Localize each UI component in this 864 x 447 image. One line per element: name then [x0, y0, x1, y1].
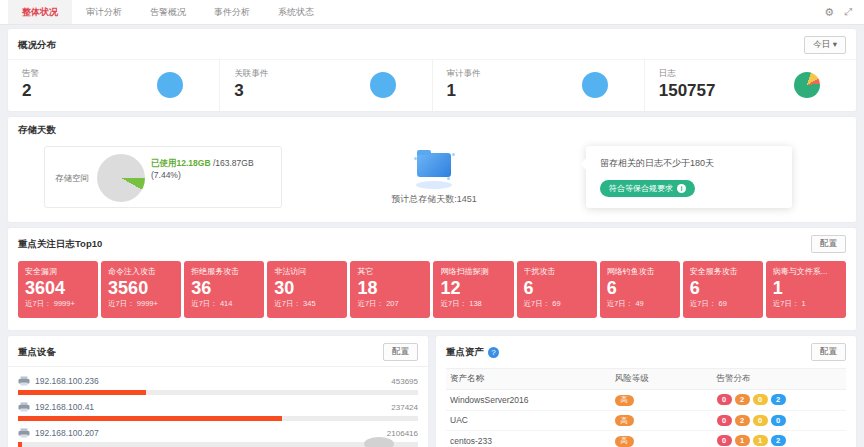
storage-title: 存储天数: [18, 124, 56, 137]
alarm-badge-low: 0: [771, 415, 786, 426]
log-card-phishing[interactable]: 网络钓鱼攻击 6 近7日： 49: [600, 261, 680, 318]
key-assets-card: 重点资产 ? 配置 资产名称 风险等级 告警分布 WindowsServer20…: [436, 336, 856, 447]
log-card-other[interactable]: 其它 18 近7日： 207: [350, 261, 430, 318]
col-asset-name: 资产名称: [450, 373, 615, 385]
tab-event-analysis[interactable]: 事件分析: [200, 0, 264, 24]
stat-label: 审计事件: [447, 68, 481, 80]
log-card-interference[interactable]: 干扰攻击 6 近7日： 69: [517, 261, 597, 318]
asset-name: WindowsServer2016: [450, 395, 615, 405]
asset-name: UAC: [450, 415, 615, 425]
key-devices-card: 重点设备 配置 192.168.100.236 453695 192.168.1…: [8, 336, 428, 447]
help-icon[interactable]: ?: [488, 347, 499, 358]
alarm-badge-high: 2: [735, 394, 750, 405]
gear-icon[interactable]: ⚙: [824, 6, 834, 19]
estimated-storage-days: 预计总存储天数:1451: [282, 193, 586, 206]
risk-badge: 高: [615, 395, 634, 406]
assets-table-header: 资产名称 风险等级 告警分布: [446, 368, 846, 390]
stat-label: 日志: [659, 68, 716, 80]
compliance-badge-button[interactable]: 符合等保合规要求 i: [600, 180, 695, 197]
device-ip[interactable]: 192.168.100.207: [35, 428, 99, 438]
alarm-badge-medium: 0: [753, 394, 768, 405]
storage-space-label: 存储空间: [55, 173, 89, 185]
overview-card: 概况分布 今日 ▾ 告警 2 关联事件 3 审计事件 1 日志 150757: [8, 29, 856, 111]
stat-audit-events[interactable]: 审计事件 1: [432, 60, 644, 111]
device-icon: [18, 376, 30, 386]
tab-system-status[interactable]: 系统状态: [264, 0, 328, 24]
stat-correlated-events[interactable]: 关联事件 3: [219, 60, 431, 111]
alarm-badge-critical: 0: [717, 435, 732, 446]
assets-title: 重点资产: [446, 346, 484, 359]
asset-row[interactable]: centos-233 高 0 1 1 2: [446, 431, 846, 447]
tab-overall-status[interactable]: 整体状况: [8, 0, 72, 24]
device-icon: [18, 428, 30, 438]
date-range-dropdown[interactable]: 今日 ▾: [804, 36, 846, 54]
col-risk-level: 风险等级: [615, 373, 717, 385]
device-bar: [18, 416, 418, 421]
stat-value: 3: [234, 81, 268, 101]
storage-pie-chart: [97, 154, 145, 202]
device-log-count: 453695: [391, 377, 418, 386]
alarm-badge-low: 2: [771, 435, 786, 446]
devices-config-button[interactable]: 配置: [383, 343, 418, 361]
alarm-badge-critical: 0: [717, 415, 732, 426]
tab-audit-analysis[interactable]: 审计分析: [72, 0, 136, 24]
device-log-count: 2106416: [387, 429, 418, 438]
top-logs-title: 重点关注日志Top10: [18, 238, 102, 251]
info-icon: i: [677, 184, 686, 193]
alarm-badge-medium: 0: [753, 415, 768, 426]
stat-value: 1: [447, 81, 481, 101]
log-card-virus-file[interactable]: 病毒与文件系... 1 近7日： 1: [766, 261, 846, 318]
asset-row[interactable]: WindowsServer2016 高 0 2 0 2: [446, 390, 846, 411]
alarm-badge-high: 2: [735, 415, 750, 426]
stat-label: 关联事件: [234, 68, 268, 80]
asset-name: centos-233: [450, 436, 615, 446]
device-row: 192.168.100.236 453695: [18, 376, 418, 395]
log-card-dos[interactable]: 拒绝服务攻击 36 近7日： 414: [184, 261, 264, 318]
folder-icon: [412, 149, 456, 189]
log-card-cmd-injection[interactable]: 命令注入攻击 3560 近7日： 9999+: [101, 261, 181, 318]
device-bar: [18, 390, 418, 395]
stat-value: 150757: [659, 81, 716, 101]
stat-alarms[interactable]: 告警 2: [8, 60, 219, 111]
device-bar: [18, 442, 418, 447]
log-card-security-vuln[interactable]: 安全漏洞 3604 近7日： 9999+: [18, 261, 98, 318]
overview-title: 概况分布: [18, 39, 56, 52]
compliance-bubble: 留存相关的日志不少于180天 符合等保合规要求 i: [586, 146, 792, 208]
storage-space-panel: 存储空间 已使用12.18GB /163.87GB (7.44%): [44, 146, 282, 208]
top-nav: 整体状况 审计分析 告警概况 事件分析 系统状态 ⚙ ⤢: [0, 0, 864, 25]
top-logs-card: 重点关注日志Top10 配置 安全漏洞 3604 近7日： 9999+ 命令注入…: [8, 228, 856, 330]
device-log-count: 237424: [391, 403, 418, 412]
scroll-indicator[interactable]: [364, 437, 394, 447]
stat-label: 告警: [22, 68, 39, 80]
device-row: 192.168.100.207 2106416: [18, 428, 418, 447]
risk-badge: 高: [615, 436, 634, 447]
device-ip[interactable]: 192.168.100.41: [35, 402, 94, 412]
log-card-illegal-access[interactable]: 非法访问 30 近7日： 345: [267, 261, 347, 318]
event-pie-chart: [370, 72, 396, 98]
alarm-badge-low: 2: [771, 394, 786, 405]
alarm-badge-medium: 1: [753, 435, 768, 446]
alarm-badge-critical: 0: [717, 394, 732, 405]
top-logs-config-button[interactable]: 配置: [811, 235, 846, 253]
stat-logs[interactable]: 日志 150757: [644, 60, 856, 111]
expand-icon[interactable]: ⤢: [844, 6, 852, 18]
compliance-note: 留存相关的日志不少于180天: [600, 157, 778, 170]
device-row: 192.168.100.41 237424: [18, 402, 418, 421]
col-alarm-dist: 告警分布: [717, 373, 842, 385]
devices-title: 重点设备: [18, 346, 56, 359]
device-ip[interactable]: 192.168.100.236: [35, 376, 99, 386]
log-card-scan-probe[interactable]: 网络扫描探测 12 近7日： 138: [433, 261, 513, 318]
log-card-service-attack[interactable]: 安全服务攻击 6 近7日： 69: [683, 261, 763, 318]
alarm-badge-high: 1: [735, 435, 750, 446]
log-pie-chart: [794, 72, 820, 98]
device-icon: [18, 402, 30, 412]
audit-pie-chart: [582, 72, 608, 98]
alarm-pie-chart: [157, 72, 183, 98]
assets-config-button[interactable]: 配置: [811, 343, 846, 361]
risk-badge: 高: [615, 415, 634, 426]
stat-value: 2: [22, 81, 39, 101]
storage-used-text: 已使用12.18GB: [151, 158, 211, 168]
asset-row[interactable]: UAC 高 0 2 0 0: [446, 411, 846, 432]
storage-card: 存储天数 存储空间 已使用12.18GB /163.87GB (7.44%): [8, 117, 856, 222]
tab-alarm-overview[interactable]: 告警概况: [136, 0, 200, 24]
